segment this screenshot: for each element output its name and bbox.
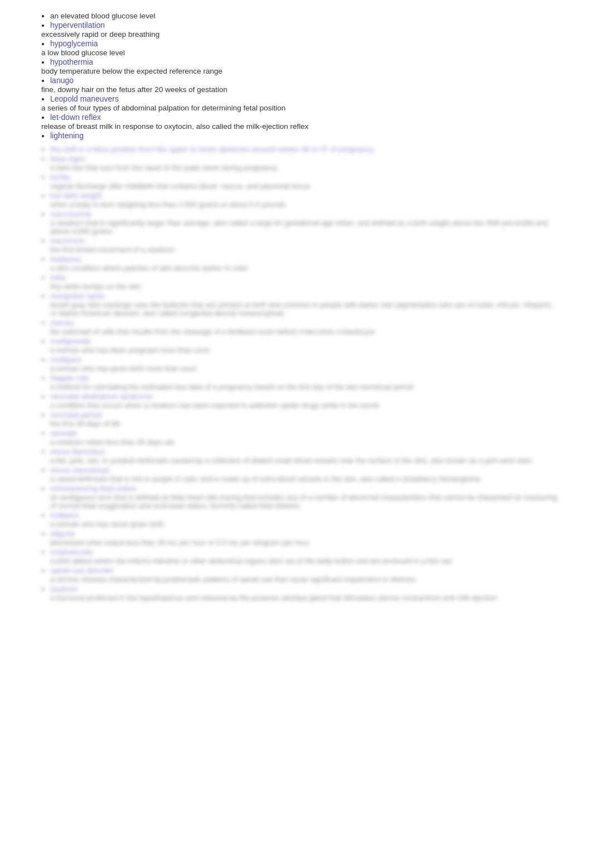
blurred-term-oxytocin: oxytocin bbox=[50, 585, 559, 593]
definition-hypothermia: body temperature below the expected refe… bbox=[41, 67, 222, 75]
blurred-term-multigravida: multigravida bbox=[50, 337, 559, 345]
blurred-term-mongolian: mongolian spots bbox=[50, 292, 559, 300]
blurred-term-nullipara: nullipara bbox=[50, 511, 559, 519]
list-item: an elevated blood glucose level bbox=[50, 11, 559, 20]
blurred-term-nagele: Nagele rule bbox=[50, 374, 559, 382]
blurred-list-item-milia: milia tiny white bumps on the skin bbox=[50, 273, 559, 291]
blurred-def-morula: the solid ball of cells that results fro… bbox=[50, 327, 559, 336]
blurred-def-neonatal-abstinence: a condition that occurs when a newborn h… bbox=[50, 401, 559, 409]
term-hypoglycemia[interactable]: hypoglycemia bbox=[50, 39, 98, 48]
blurred-def-meconium: the first bowel movement of a newborn bbox=[50, 245, 559, 254]
blurred-term-nevus-flammeus: nevus flammeus bbox=[50, 447, 559, 456]
list-item-leopold: Leopold maneuvers a series of four types… bbox=[50, 94, 559, 112]
blurred-list-item-nonreassuring: nonreassuring fetal status an ambiguous … bbox=[50, 484, 559, 510]
blurred-list-item-meconium: meconium the first bowel movement of a n… bbox=[50, 236, 559, 254]
blurred-term-melasma: melasma bbox=[50, 255, 559, 263]
blurred-list-item-multipara: multipara a woman who has given birth mo… bbox=[50, 355, 559, 373]
visible-glossary-list: an elevated blood glucose level hyperven… bbox=[33, 11, 559, 140]
blurred-term-macrosomia: macrosomia bbox=[50, 210, 559, 218]
blurred-list-item-multigravida: multigravida a woman who has been pregna… bbox=[50, 336, 559, 354]
blurred-list-item-neonate: neonate a newborn infant less than 28 da… bbox=[50, 428, 559, 446]
blurred-term-neonatal-abstinence: neonatal abstinence syndrome bbox=[50, 392, 559, 401]
blurred-def-low-birth-weight: when a baby is born weighing less than 2… bbox=[50, 200, 559, 209]
blurred-def-neonatal-period: the first 28 days of life bbox=[50, 419, 559, 428]
blurred-term-meconium: meconium bbox=[50, 237, 559, 245]
definition-leopold: a series of four types of abdominal palp… bbox=[41, 104, 285, 112]
blurred-def-multipara: a woman who has given birth more than on… bbox=[50, 364, 559, 373]
list-item-hypothermia: hypothermia body temperature below the e… bbox=[50, 57, 559, 75]
blurred-def-multigravida: a woman who has been pregnant more than … bbox=[50, 346, 559, 354]
blurred-term-nevus-vasculosus: nevus vasculosus bbox=[50, 466, 559, 474]
blurred-term-lochia: lochia bbox=[50, 173, 559, 181]
blurred-list-item-oliguria: oliguria decreased urine output less tha… bbox=[50, 529, 559, 547]
blurred-term-linea-nigra: linea nigra bbox=[50, 155, 559, 163]
blurred-def-macrosomia: a newborn that is significantly larger t… bbox=[50, 219, 559, 235]
blurred-list-item-oxytocin: oxytocin a hormone produced in the hypot… bbox=[50, 584, 559, 602]
blurred-list-item-melasma: melasma a skin condition where patches o… bbox=[50, 254, 559, 272]
pre-text: an elevated blood glucose level bbox=[50, 12, 155, 20]
definition-hypoglycemia: a low blood glucose level bbox=[41, 49, 125, 57]
blurred-list-item-neonatal-abstinence: neonatal abstinence syndrome a condition… bbox=[50, 392, 559, 409]
blurred-list-item-omphalocele: omphalocele a birth defect where the inf… bbox=[50, 547, 559, 565]
definition-lanugo: fine, downy hair on the fetus after 20 w… bbox=[41, 85, 227, 94]
term-leopold[interactable]: Leopold maneuvers bbox=[50, 94, 119, 103]
blurred-term-oliguria: oliguria bbox=[50, 529, 559, 538]
blurred-term-milia: milia bbox=[50, 273, 559, 282]
definition-hyperventilation: excessively rapid or deep breathing bbox=[41, 30, 159, 38]
list-item-let-down: let-down reflex release of breast milk i… bbox=[50, 113, 559, 131]
blurred-glossary-list: the shift in a fetus position from the u… bbox=[33, 144, 559, 602]
blurred-list-item-1: the shift in a fetus position from the u… bbox=[50, 144, 559, 153]
blurred-list-item-nevus-flammeus: nevus flammeus a flat, pink, red, or pur… bbox=[50, 447, 559, 465]
term-let-down[interactable]: let-down reflex bbox=[50, 113, 101, 122]
blurred-def-oliguria: decreased urine output less than 30 mL p… bbox=[50, 538, 559, 547]
blurred-list-item-nevus-vasculosus: nevus vasculosus a raised birthmark that… bbox=[50, 465, 559, 483]
blurred-list-item-opioid: opioid use disorder a chronic disease ch… bbox=[50, 566, 559, 584]
blurred-term-morula: morula bbox=[50, 319, 559, 327]
blurred-def-lochia: vaginal discharge after childbirth that … bbox=[50, 182, 559, 190]
blurred-list-item-mongolian: mongolian spots bluish-gray skin marking… bbox=[50, 291, 559, 317]
blurred-def-neonate: a newborn infant less than 28 days old bbox=[50, 438, 559, 446]
blurred-def-nevus-vasculosus: a raised birthmark that is red or purple… bbox=[50, 475, 559, 483]
blurred-def-milia: tiny white bumps on the skin bbox=[50, 282, 559, 291]
blurred-def-nevus-flammeus: a flat, pink, red, or purplish birthmark… bbox=[50, 456, 559, 465]
blurred-list-item-morula: morula the solid ball of cells that resu… bbox=[50, 318, 559, 336]
blurred-list-item-nagele: Nagele rule a method for calculating the… bbox=[50, 373, 559, 391]
blurred-term-omphalocele: omphalocele bbox=[50, 548, 559, 556]
list-item-lightening: lightening bbox=[50, 131, 559, 140]
term-lanugo[interactable]: lanugo bbox=[50, 76, 74, 85]
blurred-def-melasma: a skin condition where patches of skin b… bbox=[50, 264, 559, 272]
blurred-def-nonreassuring: an ambiguous term that is defined as fet… bbox=[50, 493, 559, 510]
list-item-hyperventilation: hyperventilation excessively rapid or de… bbox=[50, 21, 559, 38]
blurred-term-neonatal-period: neonatal period bbox=[50, 411, 559, 419]
blurred-term-neonate: neonate bbox=[50, 429, 559, 437]
blurred-def-opioid: a chronic disease characterized by probl… bbox=[50, 575, 559, 584]
blurred-list-item-linea-nigra: linea nigra a dark line that runs from t… bbox=[50, 154, 559, 172]
blurred-term-nonreassuring: nonreassuring fetal status bbox=[50, 484, 559, 493]
blurred-term-multipara: multipara bbox=[50, 355, 559, 364]
blurred-list-item-nullipara: nullipara a woman who has never given bi… bbox=[50, 510, 559, 528]
blurred-term-opioid: opioid use disorder bbox=[50, 566, 559, 575]
term-lightening[interactable]: lightening bbox=[50, 131, 84, 140]
blurred-def-oxytocin: a hormone produced in the hypothalamus a… bbox=[50, 594, 559, 602]
blurred-def-omphalocele: a birth defect where the infant's intest… bbox=[50, 557, 559, 565]
page-container: an elevated blood glucose level hyperven… bbox=[33, 11, 559, 602]
term-hypothermia[interactable]: hypothermia bbox=[50, 57, 93, 66]
list-item-lanugo: lanugo fine, downy hair on the fetus aft… bbox=[50, 76, 559, 94]
blurred-def-linea-nigra: a dark line that runs from the navel to … bbox=[50, 163, 559, 172]
definition-let-down: release of breast milk in response to ox… bbox=[41, 122, 308, 131]
blurred-list-item-lochia: lochia vaginal discharge after childbirt… bbox=[50, 172, 559, 190]
blurred-term-1: the shift in a fetus position from the u… bbox=[50, 145, 559, 153]
blurred-list-item-neonatal-period: neonatal period the first 28 days of lif… bbox=[50, 410, 559, 428]
blurred-list-item-low-birth-weight: low birth weight when a baby is born wei… bbox=[50, 191, 559, 209]
term-hyperventilation[interactable]: hyperventilation bbox=[50, 21, 105, 30]
list-item-hypoglycemia: hypoglycemia a low blood glucose level bbox=[50, 39, 559, 57]
blurred-def-nullipara: a woman who has never given birth bbox=[50, 520, 559, 528]
blurred-term-low-birth-weight: low birth weight bbox=[50, 191, 559, 200]
blurred-list-item-macrosomia: macrosomia a newborn that is significant… bbox=[50, 209, 559, 235]
blurred-def-mongolian: bluish-gray skin markings near the butto… bbox=[50, 301, 559, 317]
blurred-def-nagele: a method for calculating the estimated d… bbox=[50, 383, 559, 391]
blurred-content: the shift in a fetus position from the u… bbox=[33, 144, 559, 602]
